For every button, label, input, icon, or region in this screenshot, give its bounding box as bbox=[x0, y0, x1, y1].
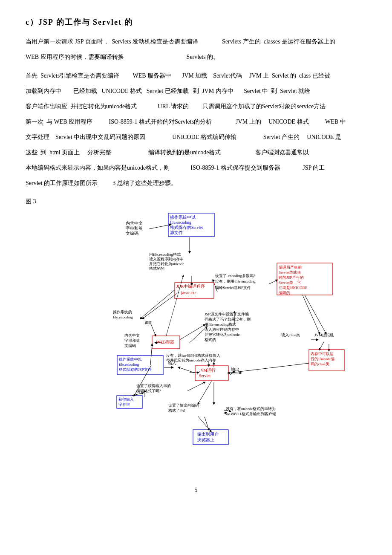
svg-text:编译Servlet或JSP文件: 编译Servlet或JSP文件 bbox=[215, 286, 251, 290]
svg-text:没有，以iso-8859-9格式获得输入: 没有，以iso-8859-9格式获得输入 bbox=[166, 353, 220, 358]
svg-text:用file.encoding格式: 用file.encoding格式 bbox=[205, 322, 236, 327]
svg-text:操作系统中以: 操作系统中以 bbox=[119, 357, 142, 361]
svg-text:JSP源文件中设置了文件编: JSP源文件中设置了文件编 bbox=[205, 312, 249, 316]
svg-text:文编码: 文编码 bbox=[126, 231, 138, 236]
svg-text:格式的的: 格式的的 bbox=[149, 266, 164, 271]
svg-text:格式保存的Servlet: 格式保存的Servlet bbox=[170, 225, 203, 230]
svg-line-100 bbox=[132, 393, 143, 396]
svg-text:WEB容器: WEB容器 bbox=[156, 340, 174, 344]
svg-text:字符串: 字符串 bbox=[118, 402, 130, 407]
svg-text:没有，将unicode格式的串转为: 没有，将unicode格式的串转为 bbox=[226, 407, 276, 411]
svg-text:读入class类: 读入class类 bbox=[281, 333, 300, 337]
svg-line-95 bbox=[320, 342, 324, 350]
svg-text:javac.exe: javac.exe bbox=[181, 291, 196, 295]
svg-text:格式保存的JSP文件: 格式保存的JSP文件 bbox=[118, 367, 152, 372]
svg-text:字串和英: 字串和英 bbox=[126, 226, 143, 231]
main-text: 当用户第一次请求 JSP 页面时， Servlets 发动机检查是否需要编译 S… bbox=[26, 36, 366, 63]
svg-text:并把它转化为unicode: 并把它转化为unicode bbox=[149, 262, 184, 266]
svg-text:没有，则用 file.encoding: 没有，则用 file.encoding bbox=[215, 279, 256, 283]
page-number: 5 bbox=[26, 487, 366, 494]
svg-text:格式了吗?: 格式了吗? bbox=[168, 408, 185, 413]
svg-text:操作系统的: 操作系统的 bbox=[113, 310, 132, 314]
para-6: 第一次 与 WEB 应用程序 ISO-8859-1 格式开始的对Servlets… bbox=[26, 116, 366, 128]
svg-text:调用: 调用 bbox=[145, 321, 153, 325]
para-4: 加载到内存中 已经加载 UNICODE 格式 Servlet 已经加载 到 JV… bbox=[26, 85, 366, 97]
svg-text:码格式了吗？如果没有，则: 码格式了吗？如果没有，则 bbox=[205, 317, 251, 321]
svg-text:读入源程序到内存中: 读入源程序到内存中 bbox=[205, 327, 239, 332]
svg-line-21 bbox=[143, 292, 179, 318]
svg-line-94 bbox=[303, 295, 320, 333]
svg-text:设置了输出的编码: 设置了输出的编码 bbox=[168, 403, 199, 408]
svg-text:获得输入: 获得输入 bbox=[118, 397, 134, 402]
para-3: 首先 Servlets引擎检查是否需要编译 WEB 服务器中 JVM 加载 Se… bbox=[26, 70, 366, 82]
svg-text:内含中文: 内含中文 bbox=[126, 221, 143, 225]
svg-text:操作系统中以: 操作系统中以 bbox=[170, 215, 196, 220]
svg-text:内含中文: 内含中文 bbox=[124, 333, 140, 338]
svg-text:编译后产生的: 编译后产生的 bbox=[279, 265, 302, 269]
svg-text:设置了获得输入串的: 设置了获得输入串的 bbox=[136, 384, 171, 388]
svg-line-97 bbox=[179, 367, 195, 373]
svg-text:格式的: 格式的 bbox=[204, 338, 216, 342]
svg-text:并把它转化为unicode: 并把它转化为unicode bbox=[205, 332, 240, 337]
svg-line-20 bbox=[151, 325, 156, 335]
svg-line-0 bbox=[149, 225, 170, 229]
svg-text:行的Unicode编: 行的Unicode编 bbox=[311, 357, 334, 361]
svg-text:串并把它转为unicode存入内存: 串并把它转为unicode存入内存 bbox=[166, 358, 216, 362]
svg-text:编码的: 编码的 bbox=[279, 291, 290, 295]
svg-text:读入源程序到内存中: 读入源程序到内存中 bbox=[149, 257, 184, 261]
svg-text:编码格式了吗?: 编码格式了吗? bbox=[136, 389, 161, 393]
svg-text:JVM虚拟机: JVM虚拟机 bbox=[314, 333, 334, 337]
section-heading: c）JSP 的工作与 Servlet 的 bbox=[26, 17, 366, 27]
svg-text:内存中可以运: 内存中可以运 bbox=[311, 352, 334, 356]
svg-text:们均是UNICODE: 们均是UNICODE bbox=[279, 286, 308, 290]
svg-text:iso-8859-1格式并输出到客户端: iso-8859-1格式并输出到客户端 bbox=[226, 412, 276, 416]
svg-text:用file.encoding格式: 用file.encoding格式 bbox=[149, 252, 181, 257]
svg-text:Servlet类，它: Servlet类，它 bbox=[279, 280, 301, 285]
figure-label: 图 3 bbox=[26, 198, 366, 205]
svg-text:输出: 输出 bbox=[231, 367, 239, 372]
para-9: 本地编码格式来显示内容，如果内容是unicode格式，则 ISO-8859-1 … bbox=[26, 162, 366, 174]
svg-text:Servlet: Servlet bbox=[199, 374, 210, 378]
svg-text:源文件: 源文件 bbox=[170, 230, 183, 235]
para-2: WEB 应用程序的时候，需要编译转换 Servlets 的。 bbox=[26, 51, 366, 63]
svg-text:Servlet类或临: Servlet类或临 bbox=[279, 270, 301, 275]
svg-text:字串和英: 字串和英 bbox=[124, 338, 140, 343]
svg-text:输出到用户: 输出到用户 bbox=[197, 432, 219, 436]
para-8: 这些 到 html 页面上 分析完整 编译转换到的是unicode格式 客户端浏… bbox=[26, 147, 366, 159]
para-1: 当用户第一次请求 JSP 页面时， Servlets 发动机检查是否需要编译 S… bbox=[26, 36, 366, 48]
svg-line-92 bbox=[150, 344, 152, 365]
svg-text:file.encoding: file.encoding bbox=[119, 362, 139, 367]
svg-line-19 bbox=[198, 416, 211, 431]
svg-line-103 bbox=[205, 417, 209, 430]
para-5: 客户端作出响应 并把它转化为unicode格式 URL 请求的 只需调用这个加载… bbox=[26, 101, 366, 113]
svg-text:JVM运行: JVM运行 bbox=[199, 368, 216, 373]
svg-line-4 bbox=[268, 280, 277, 284]
svg-line-90 bbox=[141, 290, 175, 318]
svg-text:file.encoding: file.encoding bbox=[113, 315, 133, 319]
svg-text:浏览器上: 浏览器上 bbox=[197, 437, 214, 442]
page-content: c）JSP 的工作与 Servlet 的 当用户第一次请求 JSP 页面时， S… bbox=[26, 17, 366, 494]
svg-line-5 bbox=[305, 295, 326, 333]
svg-text:文编码: 文编码 bbox=[124, 344, 136, 348]
svg-line-16 bbox=[187, 382, 205, 391]
diagram-container: 操作系统中以 file.encoding 格式保存的Servlet 源文件 内含… bbox=[47, 210, 345, 474]
main-text-2: 首先 Servlets引擎检查是否需要编译 WEB 服务器中 JVM 加载 Se… bbox=[26, 70, 366, 189]
svg-text:file.encoding: file.encoding bbox=[170, 220, 191, 225]
svg-text:设置了-encoding参数吗?: 设置了-encoding参数吗? bbox=[215, 274, 255, 278]
svg-text:时的JSP产生的: 时的JSP产生的 bbox=[279, 275, 304, 280]
flow-diagram: 操作系统中以 file.encoding 格式保存的Servlet 源文件 内含… bbox=[47, 210, 345, 474]
svg-text:码的class类: 码的class类 bbox=[311, 362, 329, 366]
svg-line-7 bbox=[190, 327, 207, 343]
svg-line-102 bbox=[198, 381, 212, 404]
svg-line-96 bbox=[228, 363, 309, 373]
para-7: 文字处理 Servlet 中出现中文乱码问题的原因 UNICODE 格式编码传输… bbox=[26, 131, 366, 143]
para-10: Servlet 的工作原理如图所示 3 总结了这些处理步骤。 bbox=[26, 177, 366, 189]
